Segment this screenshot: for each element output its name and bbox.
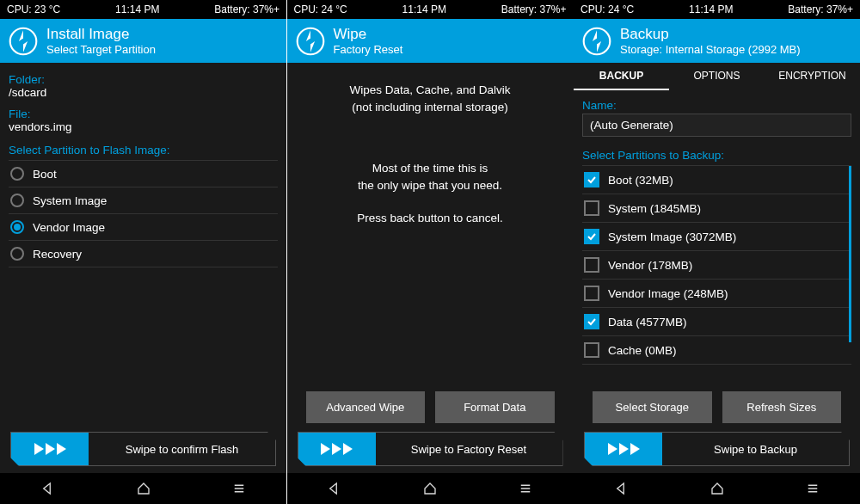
partition-label: System (1845MB) — [608, 202, 701, 215]
status-battery: Battery: 37%+ — [214, 3, 280, 15]
slider-label: Swipe to Factory Reset — [376, 443, 562, 456]
partition-label: System Image — [33, 194, 107, 207]
arrow-icon — [46, 443, 55, 455]
radio-icon — [10, 194, 24, 207]
home-icon[interactable] — [710, 481, 725, 496]
header-subtitle: Storage: Internal Storage (2992 MB) — [620, 43, 801, 56]
partition-check-cache[interactable]: Cache (0MB) — [582, 336, 851, 365]
screen-wipe: CPU: 24 °C 11:14 PM Battery: 37%+ Wipe F… — [287, 0, 574, 504]
partition-radio-vendor-image[interactable]: Vendor Image — [9, 214, 278, 241]
partition-check-vendor[interactable]: Vendor Image (248MB) — [582, 280, 851, 308]
partition-check-system[interactable]: System Image (3072MB) — [582, 223, 851, 251]
arrow-icon — [34, 443, 44, 455]
refresh-sizes-button[interactable]: Refresh Sizes — [722, 391, 842, 423]
partition-check-vendor[interactable]: Vendor (178MB) — [582, 251, 851, 280]
twrp-logo-icon — [9, 27, 38, 56]
header: Install Image Select Target Partition — [0, 19, 286, 63]
partition-label: Vendor Image (248MB) — [608, 287, 728, 300]
status-time: 11:14 PM — [689, 3, 733, 15]
back-icon[interactable] — [327, 481, 342, 496]
swipe-slider[interactable]: Swipe to confirm Flash — [10, 432, 276, 466]
back-icon[interactable] — [614, 481, 630, 496]
radio-icon — [10, 167, 24, 181]
tab-encryption[interactable]: ENCRYPTION — [765, 63, 860, 90]
wipe-msg-line3: Press back button to cancel. — [296, 210, 565, 227]
menu-icon[interactable] — [805, 481, 820, 496]
wipe-msg-line1: Most of the time this is — [296, 160, 565, 177]
twrp-logo-icon — [582, 27, 611, 56]
status-battery: Battery: 37%+ — [501, 3, 567, 15]
partition-label: System Image (3072MB) — [608, 230, 736, 243]
format-data-button[interactable]: Format Data — [435, 391, 555, 423]
status-cpu: CPU: 23 °C — [7, 3, 60, 15]
status-battery: Battery: 37%+ — [788, 3, 853, 15]
partition-radio-system-image[interactable]: System Image — [9, 187, 278, 214]
menu-icon[interactable] — [231, 481, 247, 496]
nav-bar — [0, 473, 286, 504]
slider-thumb[interactable] — [585, 433, 662, 465]
home-icon[interactable] — [422, 481, 438, 496]
arrow-icon — [630, 443, 640, 455]
header-title: Install Image — [46, 26, 156, 43]
partition-label: Data (4577MB) — [608, 316, 687, 329]
tabs: BACKUPOPTIONSENCRYPTION — [574, 63, 860, 90]
wipe-info-line2: (not including internal storage) — [296, 99, 565, 116]
arrow-icon — [321, 443, 330, 455]
wipe-info-line1: Wipes Data, Cache, and Dalvik — [296, 82, 565, 99]
arrow-icon — [619, 443, 629, 455]
wipe-msg-line2: the only wipe that you need. — [296, 177, 565, 194]
advanced-wipe-button[interactable]: Advanced Wipe — [306, 391, 426, 423]
partition-check-data[interactable]: Data (4577MB) — [582, 308, 851, 336]
partition-check-system[interactable]: System (1845MB) — [582, 194, 851, 223]
partition-label: Cache (0MB) — [608, 344, 677, 357]
file-value: vendors.img — [9, 120, 278, 133]
status-time: 11:14 PM — [115, 3, 159, 15]
checkbox-icon — [584, 172, 599, 187]
partition-check-list: Boot (32MB)System (1845MB)System Image (… — [582, 166, 851, 386]
scrollbar[interactable] — [849, 166, 851, 342]
folder-label: Folder: — [9, 73, 278, 86]
checkbox-icon — [584, 342, 599, 358]
swipe-slider[interactable]: Swipe to Backup — [584, 432, 850, 466]
checkbox-icon — [584, 314, 599, 329]
header: Backup Storage: Internal Storage (2992 M… — [574, 19, 860, 63]
status-bar: CPU: 24 °C 11:14 PM Battery: 37%+ — [287, 0, 574, 19]
tab-options[interactable]: OPTIONS — [669, 63, 765, 90]
header-subtitle: Select Target Partition — [46, 43, 156, 56]
header-title: Backup — [620, 26, 801, 43]
partition-section-label: Select Partition to Flash Image: — [9, 144, 278, 157]
header: Wipe Factory Reset — [287, 19, 574, 63]
partition-radio-list: BootSystem ImageVendor ImageRecovery — [9, 161, 278, 267]
partition-label: Vendor Image — [33, 221, 105, 234]
status-cpu: CPU: 24 °C — [294, 3, 347, 15]
partition-label: Recovery — [33, 248, 82, 261]
partition-section-label: Select Partitions to Backup: — [582, 149, 851, 162]
partition-label: Boot (32MB) — [608, 174, 673, 187]
nav-bar — [574, 473, 860, 504]
slider-thumb[interactable] — [11, 433, 89, 465]
status-bar: CPU: 24 °C 11:14 PM Battery: 37%+ — [574, 0, 860, 19]
menu-icon[interactable] — [518, 481, 533, 496]
checkbox-icon — [584, 229, 599, 244]
name-input[interactable]: (Auto Generate) — [582, 114, 851, 137]
radio-icon — [10, 247, 24, 261]
slider-label: Swipe to Backup — [662, 443, 849, 456]
arrow-icon — [57, 443, 66, 455]
partition-radio-recovery[interactable]: Recovery — [9, 241, 278, 267]
header-title: Wipe — [334, 26, 403, 43]
name-label: Name: — [582, 99, 851, 112]
back-icon[interactable] — [40, 481, 56, 496]
select-storage-button[interactable]: Select Storage — [593, 391, 712, 423]
checkbox-icon — [584, 200, 599, 216]
home-icon[interactable] — [136, 481, 151, 496]
partition-label: Boot — [33, 168, 57, 181]
screen-install-image: CPU: 23 °C 11:14 PM Battery: 37%+ Instal… — [0, 0, 286, 504]
checkbox-icon — [584, 257, 599, 273]
partition-radio-boot[interactable]: Boot — [9, 161, 278, 187]
slider-label: Swipe to confirm Flash — [89, 443, 275, 456]
partition-check-boot[interactable]: Boot (32MB) — [582, 166, 851, 194]
swipe-slider[interactable]: Swipe to Factory Reset — [298, 432, 563, 466]
arrow-icon — [332, 443, 341, 455]
tab-backup[interactable]: BACKUP — [574, 63, 669, 90]
slider-thumb[interactable] — [298, 433, 376, 465]
